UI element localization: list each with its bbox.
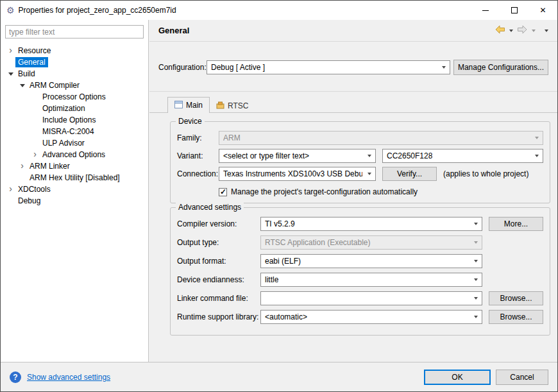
close-icon bbox=[539, 6, 546, 15]
connection-select[interactable]: Texas Instruments XDS100v3 USB Debug Pr bbox=[219, 167, 376, 181]
rtsc-icon bbox=[216, 101, 224, 111]
linker-command-file-label: Linker command file: bbox=[177, 294, 260, 303]
manage-target-config-checkbox[interactable] bbox=[219, 188, 227, 196]
chevron-down-icon bbox=[474, 241, 478, 244]
maximize-button[interactable] bbox=[500, 1, 528, 20]
linker-command-file-row: Linker command file: Browse... bbox=[177, 291, 543, 305]
variant-label: Variant: bbox=[177, 151, 219, 160]
close-button[interactable] bbox=[528, 1, 557, 20]
collapse-icon[interactable] bbox=[6, 72, 15, 76]
sidebar-item-ulp-advisor[interactable]: ULP Advisor bbox=[1, 137, 148, 149]
forward-icon[interactable] bbox=[517, 25, 528, 36]
sidebar-item-debug[interactable]: Debug bbox=[1, 195, 148, 207]
chevron-down-icon bbox=[368, 155, 371, 157]
sidebar-item-optimization[interactable]: Optimization bbox=[1, 103, 148, 114]
tab-bar: Main RTSC bbox=[167, 97, 548, 113]
output-format-select[interactable]: eabi (ELF) bbox=[260, 254, 482, 268]
page-header: General bbox=[149, 20, 557, 42]
minimize-icon bbox=[482, 10, 489, 11]
chevron-down-icon bbox=[535, 137, 539, 139]
chevron-down-icon bbox=[535, 155, 539, 157]
tab-main[interactable]: Main bbox=[167, 97, 210, 113]
configuration-label: Configuration: bbox=[158, 63, 207, 72]
linker-browse-button[interactable]: Browse... bbox=[489, 291, 543, 305]
connection-note: (applies to whole project) bbox=[443, 169, 528, 178]
show-advanced-settings-link[interactable]: Show advanced settings bbox=[27, 373, 110, 382]
tab-rtsc[interactable]: RTSC bbox=[210, 99, 255, 113]
section-divider bbox=[149, 91, 557, 92]
properties-dialog: ⚙ Properties for project_zero_app_cc2650… bbox=[0, 0, 558, 392]
app-icon: ⚙ bbox=[6, 6, 15, 15]
sidebar-item-general[interactable]: General bbox=[1, 56, 148, 68]
sidebar-item-include-options[interactable]: Include Options bbox=[1, 114, 148, 126]
sidebar-item-advanced-options[interactable]: Advanced Options bbox=[1, 149, 148, 160]
device-endianness-label: Device endianness: bbox=[177, 275, 260, 284]
ok-button[interactable]: OK bbox=[424, 370, 491, 385]
expand-icon[interactable] bbox=[6, 47, 15, 55]
linker-command-file-input[interactable] bbox=[260, 291, 482, 305]
minimize-button[interactable] bbox=[471, 1, 500, 20]
verify-button[interactable]: Verify... bbox=[382, 167, 437, 181]
collapse-icon[interactable] bbox=[17, 84, 27, 87]
compiler-version-row: Compiler version: TI v5.2.9 More... bbox=[177, 217, 543, 231]
maximize-icon bbox=[511, 7, 518, 13]
output-format-label: Output format: bbox=[177, 257, 260, 266]
variant-filter-select[interactable]: <select or type filter text> bbox=[219, 149, 376, 163]
variant-part-select[interactable]: CC2650F128 bbox=[382, 149, 543, 163]
sidebar-item-build[interactable]: Build bbox=[1, 68, 148, 80]
view-menu-caret-icon[interactable] bbox=[545, 30, 548, 32]
content-panel: General Configuration: Debug [ Active ] bbox=[149, 20, 557, 362]
cancel-button[interactable]: Cancel bbox=[496, 370, 548, 385]
device-group-title: Device bbox=[176, 117, 205, 126]
expand-icon[interactable] bbox=[6, 185, 15, 193]
back-icon[interactable] bbox=[495, 25, 505, 36]
family-select: ARM bbox=[219, 131, 543, 145]
chevron-down-icon bbox=[474, 316, 478, 318]
sidebar: Resource General Build ARM Compiler Proc… bbox=[1, 20, 149, 362]
device-endianness-select[interactable]: little bbox=[260, 273, 482, 287]
output-type-row: Output type: RTSC Application (Executabl… bbox=[177, 235, 543, 250]
advanced-settings-title: Advanced settings bbox=[176, 203, 244, 212]
chevron-down-icon bbox=[442, 66, 446, 69]
forward-menu-caret-icon[interactable] bbox=[532, 30, 536, 32]
runtime-support-library-select[interactable]: <automatic> bbox=[260, 310, 482, 324]
manage-configurations-button[interactable]: Manage Configurations... bbox=[453, 60, 548, 75]
expand-icon[interactable] bbox=[30, 151, 40, 158]
advanced-settings-group: Advanced settings Compiler version: TI v… bbox=[170, 207, 550, 336]
chevron-down-icon bbox=[368, 173, 371, 175]
chevron-down-icon bbox=[474, 278, 478, 281]
filter-input[interactable] bbox=[5, 25, 144, 38]
chevron-down-icon bbox=[474, 260, 478, 262]
compiler-version-label: Compiler version: bbox=[177, 219, 260, 228]
runtime-support-library-row: Runtime support library: <automatic> Bro… bbox=[177, 310, 543, 324]
variant-row: Variant: <select or type filter text> CC… bbox=[177, 149, 543, 163]
help-icon[interactable] bbox=[10, 371, 21, 383]
more-button[interactable]: More... bbox=[489, 217, 543, 231]
expand-icon[interactable] bbox=[17, 162, 27, 170]
sidebar-item-arm-compiler[interactable]: ARM Compiler bbox=[1, 80, 148, 91]
page-title: General bbox=[158, 26, 189, 35]
back-menu-caret-icon[interactable] bbox=[509, 30, 513, 32]
window-title: Properties for project_zero_app_cc2650em… bbox=[19, 6, 176, 15]
sidebar-item-arm-linker[interactable]: ARM Linker bbox=[1, 160, 148, 172]
sidebar-item-processor-options[interactable]: Processor Options bbox=[1, 91, 148, 103]
family-row: Family: ARM bbox=[177, 131, 543, 145]
properties-tree: Resource General Build ARM Compiler Proc… bbox=[1, 45, 148, 207]
configuration-select[interactable]: Debug [ Active ] bbox=[207, 60, 450, 74]
family-label: Family: bbox=[177, 133, 219, 142]
chevron-down-icon bbox=[474, 223, 478, 225]
runtime-browse-button[interactable]: Browse... bbox=[489, 310, 543, 324]
device-endianness-row: Device endianness: little bbox=[177, 273, 543, 287]
sidebar-item-arm-hex-utility[interactable]: ARM Hex Utility [Disabled] bbox=[1, 172, 148, 183]
sidebar-item-xdctools[interactable]: XDCtools bbox=[1, 183, 148, 195]
sidebar-item-resource[interactable]: Resource bbox=[1, 45, 148, 56]
manage-target-config-label[interactable]: Manage the project's target-configuratio… bbox=[231, 187, 418, 196]
form-icon bbox=[174, 101, 183, 110]
chevron-down-icon bbox=[474, 297, 478, 300]
runtime-support-library-label: Runtime support library: bbox=[177, 312, 260, 321]
sidebar-item-misra-c[interactable]: MISRA-C:2004 bbox=[1, 126, 148, 137]
configuration-row: Configuration: Debug [ Active ] Manage C… bbox=[158, 60, 548, 75]
compiler-version-select[interactable]: TI v5.2.9 bbox=[260, 217, 482, 231]
device-group: Device Family: ARM Variant: <select or t… bbox=[170, 121, 550, 203]
connection-row: Connection: Texas Instruments XDS100v3 U… bbox=[177, 167, 543, 181]
